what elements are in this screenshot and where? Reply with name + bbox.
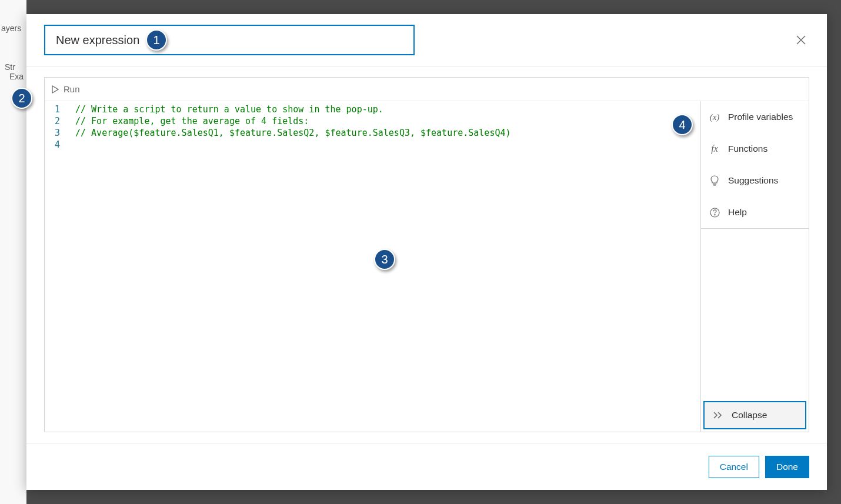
sidebar-item-help[interactable]: Help [701, 196, 809, 228]
sidebar-item-label: Functions [728, 143, 767, 154]
bulb-icon [709, 175, 720, 186]
editor-main: 1 2 3 4 // Write a script to return a va… [45, 101, 809, 432]
line-number: 3 [45, 127, 60, 139]
dialog-footer: Cancel Done [26, 443, 827, 490]
line-gutter: 1 2 3 4 [45, 104, 65, 432]
play-icon [52, 85, 59, 94]
background-text: Str [1, 62, 26, 72]
editor-frame: Run 1 2 3 4 // Write a script to return … [44, 77, 809, 432]
code-editor[interactable]: 1 2 3 4 // Write a script to return a va… [45, 101, 700, 432]
callout-badge-4: 4 [672, 114, 693, 135]
svg-point-6 [714, 214, 715, 215]
line-number: 2 [45, 115, 60, 127]
background-text: Exa [1, 72, 26, 81]
side-panel-list: (x) Profile variables fx Functions [701, 101, 809, 229]
callout-badge-1: 1 [146, 29, 167, 51]
code-line [75, 139, 700, 151]
expression-name-input[interactable] [44, 25, 415, 55]
collapse-button[interactable]: Collapse [703, 401, 806, 429]
sidebar-item-label: Profile variables [728, 112, 793, 122]
variable-icon: (x) [709, 112, 720, 122]
sidebar-item-label: Suggestions [728, 175, 778, 186]
chevron-double-right-icon [713, 410, 723, 420]
background-text: ayers [1, 24, 26, 33]
dialog-body: Run 1 2 3 4 // Write a script to return … [26, 66, 827, 443]
side-panel: (x) Profile variables fx Functions [700, 101, 809, 432]
code-line: // Average($feature.SalesQ1, $feature.Sa… [75, 127, 700, 139]
cancel-button[interactable]: Cancel [709, 456, 759, 478]
svg-marker-2 [52, 86, 58, 93]
line-number: 4 [45, 139, 60, 151]
sidebar-item-suggestions[interactable]: Suggestions [701, 165, 809, 196]
help-icon [709, 207, 720, 218]
cancel-label: Cancel [720, 462, 748, 472]
close-icon [795, 34, 807, 46]
done-label: Done [776, 462, 798, 472]
collapse-label: Collapse [732, 410, 767, 420]
run-button[interactable]: Run [45, 78, 809, 101]
code-line: // For example, get the average of 4 fie… [75, 115, 700, 127]
sidebar-item-functions[interactable]: fx Functions [701, 133, 809, 165]
expression-editor-dialog: Run 1 2 3 4 // Write a script to return … [26, 14, 827, 490]
background-panel: ayers Str Exa [0, 0, 26, 504]
line-number: 1 [45, 104, 60, 115]
done-button[interactable]: Done [765, 456, 809, 478]
fx-icon: fx [709, 143, 720, 154]
sidebar-item-label: Help [728, 207, 747, 218]
sidebar-item-profile-variables[interactable]: (x) Profile variables [701, 101, 809, 133]
close-button[interactable] [793, 32, 809, 48]
code-line: // Write a script to return a value to s… [75, 104, 700, 115]
run-label: Run [64, 84, 80, 94]
callout-badge-2: 2 [11, 88, 32, 109]
callout-badge-3: 3 [374, 249, 395, 270]
